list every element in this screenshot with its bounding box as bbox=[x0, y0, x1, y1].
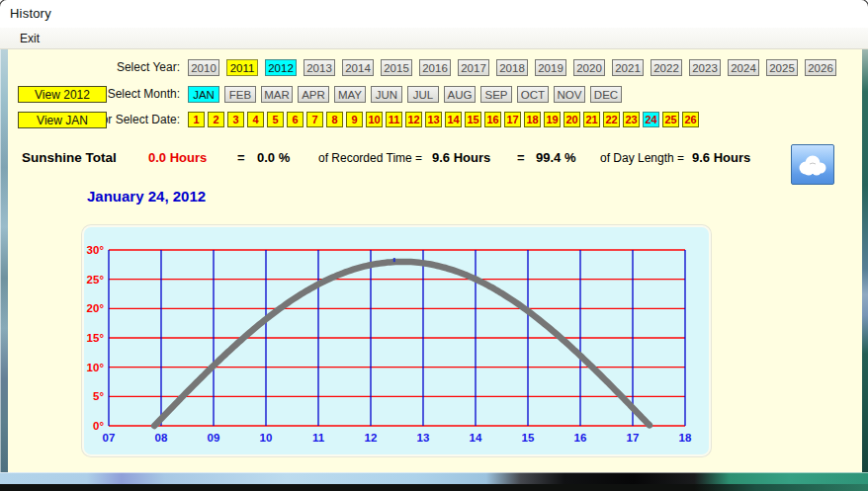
date-button-4[interactable]: 4 bbox=[247, 112, 264, 127]
date-button-22[interactable]: 22 bbox=[603, 112, 620, 127]
weather-cloud-button[interactable] bbox=[791, 144, 834, 185]
date-button-15[interactable]: 15 bbox=[465, 112, 481, 127]
window-titlebar[interactable]: History bbox=[0, 0, 868, 28]
year-button-2020[interactable]: 2020 bbox=[573, 59, 605, 76]
date-button-23[interactable]: 23 bbox=[623, 112, 640, 127]
month-button-feb[interactable]: FEB bbox=[224, 86, 256, 103]
month-button-sep[interactable]: SEP bbox=[480, 86, 512, 103]
sun-elevation-chart: 0°5°10°15°20°25°30°070809101112131415161… bbox=[84, 227, 709, 454]
date-button-26[interactable]: 26 bbox=[682, 112, 699, 127]
menu-bar: Exit bbox=[0, 28, 868, 49]
day-length-label: of Day Length = bbox=[600, 148, 684, 168]
date-button-13[interactable]: 13 bbox=[425, 112, 442, 127]
year-button-2011[interactable]: 2011 bbox=[226, 59, 258, 76]
date-button-21[interactable]: 21 bbox=[583, 112, 600, 127]
month-button-jan[interactable]: JAN bbox=[188, 86, 219, 103]
year-button-2026[interactable]: 2026 bbox=[805, 59, 836, 76]
window-border-bottom-glass bbox=[0, 472, 868, 484]
month-button-jul[interactable]: JUL bbox=[407, 86, 439, 103]
year-button-2025[interactable]: 2025 bbox=[766, 59, 798, 76]
year-button-2012[interactable]: 2012 bbox=[265, 59, 297, 76]
month-button-mar[interactable]: MAR bbox=[261, 86, 293, 103]
history-window: History Exit Select Year: 20102011201220… bbox=[0, 0, 868, 491]
svg-text:08: 08 bbox=[155, 432, 168, 444]
date-button-20[interactable]: 20 bbox=[564, 112, 580, 127]
date-button-18[interactable]: 18 bbox=[524, 112, 541, 127]
date-button-17[interactable]: 17 bbox=[504, 112, 521, 127]
menu-item-exit[interactable]: Exit bbox=[11, 30, 48, 47]
month-button-aug[interactable]: AUG bbox=[444, 86, 476, 103]
month-button-strip: JANFEBMARAPRMAYJUNJULAUGSEPOCTNOVDEC bbox=[188, 86, 622, 103]
date-button-1[interactable]: 1 bbox=[188, 112, 205, 127]
month-button-nov[interactable]: NOV bbox=[554, 86, 585, 103]
cloud-icon bbox=[796, 153, 829, 177]
sunshine-total-label: Sunshine Total bbox=[22, 148, 117, 168]
date-button-8[interactable]: 8 bbox=[326, 112, 343, 127]
date-button-19[interactable]: 19 bbox=[544, 112, 561, 127]
date-button-7[interactable]: 7 bbox=[306, 112, 323, 127]
date-button-25[interactable]: 25 bbox=[662, 112, 679, 127]
year-button-2016[interactable]: 2016 bbox=[419, 59, 451, 76]
year-button-strip: 2010201120122013201420152016201720182019… bbox=[188, 59, 836, 76]
year-button-2019[interactable]: 2019 bbox=[535, 59, 566, 76]
svg-text:12: 12 bbox=[365, 432, 378, 444]
svg-text:5°: 5° bbox=[93, 390, 104, 402]
date-button-14[interactable]: 14 bbox=[445, 112, 462, 127]
month-button-dec[interactable]: DEC bbox=[590, 86, 622, 103]
select-year-label: Select Year: bbox=[8, 59, 180, 76]
year-button-2021[interactable]: 2021 bbox=[612, 59, 644, 76]
date-button-16[interactable]: 16 bbox=[484, 112, 501, 127]
date-button-24[interactable]: 24 bbox=[643, 112, 659, 127]
date-button-12[interactable]: 12 bbox=[405, 112, 422, 127]
equals-sign-2: = bbox=[517, 148, 525, 168]
svg-text:11: 11 bbox=[312, 432, 325, 444]
svg-text:10°: 10° bbox=[87, 362, 105, 373]
year-button-2022[interactable]: 2022 bbox=[651, 59, 682, 76]
date-button-11[interactable]: 11 bbox=[386, 112, 402, 127]
svg-text:13: 13 bbox=[417, 432, 430, 444]
svg-text:15: 15 bbox=[522, 432, 535, 444]
month-button-oct[interactable]: OCT bbox=[517, 86, 549, 103]
sunshine-hours-value: 0.0 Hours bbox=[148, 148, 207, 168]
month-button-apr[interactable]: APR bbox=[298, 86, 329, 103]
sun-elevation-chart-panel: 0°5°10°15°20°25°30°070809101112131415161… bbox=[82, 225, 711, 456]
svg-text:25°: 25° bbox=[87, 274, 105, 286]
view-year-button[interactable]: View 2012 bbox=[18, 86, 107, 103]
window-border-left bbox=[0, 49, 8, 472]
date-button-3[interactable]: 3 bbox=[227, 112, 244, 127]
svg-text:0°: 0° bbox=[93, 420, 104, 432]
svg-text:15°: 15° bbox=[87, 332, 105, 344]
year-button-2013[interactable]: 2013 bbox=[304, 59, 335, 76]
date-button-9[interactable]: 9 bbox=[346, 112, 363, 127]
year-button-2023[interactable]: 2023 bbox=[689, 59, 721, 76]
year-button-2018[interactable]: 2018 bbox=[496, 59, 528, 76]
date-button-strip: 1234567891011121314151617181920212223242… bbox=[188, 112, 699, 127]
year-button-2017[interactable]: 2017 bbox=[458, 59, 489, 76]
svg-text:09: 09 bbox=[208, 432, 220, 444]
svg-text:10: 10 bbox=[260, 432, 273, 444]
recorded-percent-value: 0.0 % bbox=[257, 148, 290, 168]
svg-text:07: 07 bbox=[103, 432, 116, 444]
view-month-button[interactable]: View JAN bbox=[18, 112, 107, 128]
svg-text:30°: 30° bbox=[87, 244, 105, 256]
sunshine-summary-row: Sunshine Total 0.0 Hours = 0.0 % of Reco… bbox=[8, 148, 862, 168]
svg-text:20°: 20° bbox=[87, 302, 105, 314]
year-button-2014[interactable]: 2014 bbox=[342, 59, 374, 76]
month-button-jun[interactable]: JUN bbox=[371, 86, 402, 103]
equals-sign-1: = bbox=[237, 148, 245, 168]
daylength-percent-value: 99.4 % bbox=[536, 148, 575, 168]
date-button-2[interactable]: 2 bbox=[208, 112, 224, 127]
year-button-2010[interactable]: 2010 bbox=[188, 59, 219, 76]
recorded-time-label: of Recorded Time = bbox=[318, 148, 422, 168]
date-selector-row: View JAN or Select Date: 123456789101112… bbox=[8, 112, 862, 128]
month-button-may[interactable]: MAY bbox=[334, 86, 366, 103]
date-button-6[interactable]: 6 bbox=[287, 112, 304, 127]
svg-text:18: 18 bbox=[679, 432, 692, 444]
year-selector-row: Select Year: 201020112012201320142015201… bbox=[8, 59, 862, 76]
year-button-2015[interactable]: 2015 bbox=[381, 59, 412, 76]
solar-elevation-curve bbox=[154, 262, 650, 426]
date-button-10[interactable]: 10 bbox=[366, 112, 383, 127]
svg-text:17: 17 bbox=[627, 432, 640, 444]
year-button-2024[interactable]: 2024 bbox=[728, 59, 759, 76]
date-button-5[interactable]: 5 bbox=[267, 112, 284, 127]
